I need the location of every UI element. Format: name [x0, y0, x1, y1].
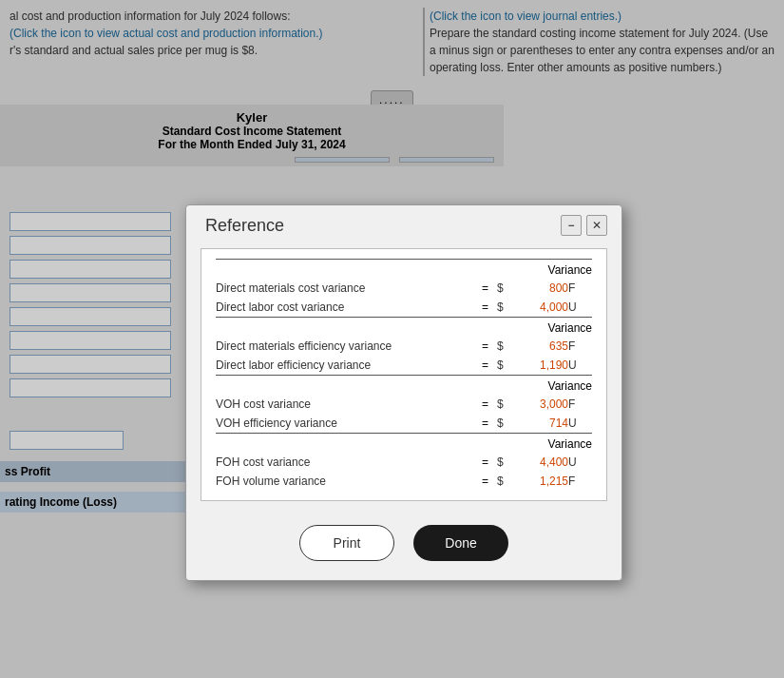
voh-cost-row: VOH cost variance = $ 3,000 F: [216, 395, 592, 414]
dm-eff-eq: =: [473, 337, 497, 356]
dialog-controls: − ✕: [561, 215, 607, 236]
dm-cost-variance-row: Direct materials cost variance = $ 800 F: [216, 279, 592, 298]
minimize-button[interactable]: −: [561, 215, 582, 236]
dm-cost-dollar: $: [497, 279, 516, 298]
section-header-4: Variance: [216, 434, 592, 454]
dl-cost-label: Direct labor cost variance: [216, 298, 473, 318]
voh-eff-dollar: $: [497, 414, 516, 434]
voh-eff-row: VOH efficiency variance = $ 714 U: [216, 414, 592, 434]
dm-eff-label: Direct materials efficiency variance: [216, 337, 473, 356]
foh-vol-label: FOH volume variance: [216, 472, 473, 491]
section-header-1: Variance: [216, 260, 592, 280]
foh-vol-row: FOH volume variance = $ 1,215 F: [216, 472, 592, 491]
dm-cost-fav: F: [568, 279, 592, 298]
foh-cost-eq: =: [473, 453, 497, 472]
dl-eff-variance-row: Direct labor efficiency variance = $ 1,1…: [216, 356, 592, 376]
dl-eff-value: 1,190: [516, 356, 568, 376]
dm-cost-label: Direct materials cost variance: [216, 279, 473, 298]
foh-vol-value: 1,215: [516, 472, 568, 491]
variance-col-header-1: Variance: [216, 260, 592, 280]
dm-eff-variance-row: Direct materials efficiency variance = $…: [216, 337, 592, 356]
voh-cost-value: 3,000: [516, 395, 568, 414]
reference-dialog: Reference − ✕ Variance Direct materials …: [185, 204, 622, 581]
dl-cost-value: 4,000: [516, 298, 568, 318]
dm-cost-eq: =: [473, 279, 497, 298]
foh-cost-fav: U: [568, 453, 592, 472]
done-button[interactable]: Done: [413, 525, 508, 561]
voh-eff-label: VOH efficiency variance: [216, 414, 473, 434]
dl-cost-variance-row: Direct labor cost variance = $ 4,000 U: [216, 298, 592, 318]
dl-eff-dollar: $: [497, 356, 516, 376]
voh-eff-fav: U: [568, 414, 592, 434]
voh-cost-fav: F: [568, 395, 592, 414]
dialog-footer: Print Done: [186, 515, 621, 580]
dm-eff-dollar: $: [497, 337, 516, 356]
dialog-title: Reference: [205, 216, 284, 236]
reference-table: Variance Direct materials cost variance …: [216, 259, 592, 491]
variance-col-header-3: Variance: [216, 376, 592, 396]
variance-col-header-2: Variance: [216, 318, 592, 338]
reference-table-wrapper: Variance Direct materials cost variance …: [201, 248, 607, 501]
voh-cost-label: VOH cost variance: [216, 395, 473, 414]
dm-cost-value: 800: [516, 279, 568, 298]
close-button[interactable]: ✕: [586, 215, 607, 236]
voh-eff-eq: =: [473, 414, 497, 434]
dl-cost-dollar: $: [497, 298, 516, 318]
voh-eff-value: 714: [516, 414, 568, 434]
foh-cost-row: FOH cost variance = $ 4,400 U: [216, 453, 592, 472]
foh-cost-label: FOH cost variance: [216, 453, 473, 472]
foh-cost-value: 4,400: [516, 453, 568, 472]
dl-cost-fav: U: [568, 298, 592, 318]
dl-eff-eq: =: [473, 356, 497, 376]
section-header-3: Variance: [216, 376, 592, 396]
dl-eff-label: Direct labor efficiency variance: [216, 356, 473, 376]
dm-eff-value: 635: [516, 337, 568, 356]
print-button[interactable]: Print: [299, 525, 394, 561]
foh-vol-fav: F: [568, 472, 592, 491]
dl-eff-fav: U: [568, 356, 592, 376]
dialog-titlebar: Reference − ✕: [186, 205, 621, 243]
foh-vol-eq: =: [473, 472, 497, 491]
voh-cost-eq: =: [473, 395, 497, 414]
voh-cost-dollar: $: [497, 395, 516, 414]
foh-vol-dollar: $: [497, 472, 516, 491]
variance-col-header-4: Variance: [216, 434, 592, 454]
dm-eff-fav: F: [568, 337, 592, 356]
dl-cost-eq: =: [473, 298, 497, 318]
foh-cost-dollar: $: [497, 453, 516, 472]
section-header-2: Variance: [216, 318, 592, 338]
